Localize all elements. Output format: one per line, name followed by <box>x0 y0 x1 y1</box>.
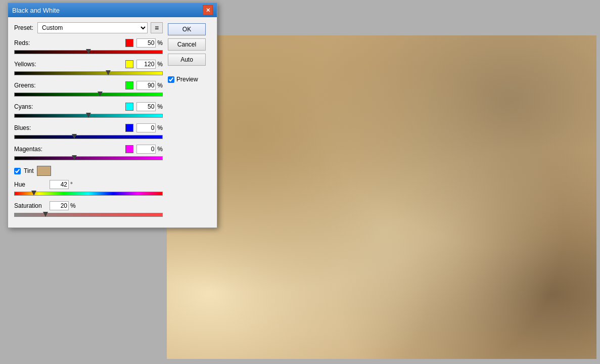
magentas-slider[interactable] <box>14 156 163 160</box>
saturation-row: Saturation % <box>14 201 163 210</box>
greens-unit: % <box>157 82 163 89</box>
cancel-button[interactable]: Cancel <box>168 38 206 51</box>
reds-slider[interactable] <box>14 50 163 54</box>
cyans-swatch <box>125 103 133 111</box>
dialog-titlebar: Black and White ✕ <box>8 3 217 17</box>
magentas-slider-row: Magentas: % <box>14 145 163 162</box>
hue-slider-row <box>14 190 163 197</box>
preview-label[interactable]: Preview <box>176 76 198 83</box>
hue-saturation-section: Hue ° Saturation % <box>14 180 163 218</box>
cyans-label: Cyans: <box>14 103 125 110</box>
greens-label: Greens: <box>14 82 125 89</box>
preview-row: Preview <box>168 76 211 83</box>
auto-button[interactable]: Auto <box>168 54 206 66</box>
reds-unit: % <box>157 39 163 47</box>
reds-slider-row: Reds: % <box>14 38 163 56</box>
ok-button[interactable]: OK <box>168 23 206 35</box>
blues-value[interactable] <box>136 123 156 132</box>
magentas-value[interactable] <box>136 145 156 154</box>
reds-swatch <box>125 39 133 47</box>
reds-label: Reds: <box>14 39 125 47</box>
saturation-label: Saturation <box>14 202 50 209</box>
reds-value[interactable] <box>136 38 156 48</box>
cyans-slider[interactable] <box>14 114 163 118</box>
right-panel: OK Cancel Auto Preview <box>168 22 211 222</box>
cyans-slider-row: Cyans: % <box>14 102 163 119</box>
blues-unit: % <box>157 124 163 131</box>
yellows-slider-row: Yellows: % <box>14 60 163 77</box>
tint-checkbox[interactable] <box>14 168 21 174</box>
preset-row: Preset: Custom ≡ <box>14 22 163 33</box>
magentas-swatch <box>125 145 133 153</box>
hue-row: Hue ° <box>14 180 163 189</box>
left-panel: Preset: Custom ≡ Reds: % Yellows <box>14 22 163 222</box>
blues-swatch <box>125 124 133 132</box>
hue-label: Hue <box>14 181 50 188</box>
greens-swatch <box>125 81 133 89</box>
close-button[interactable]: ✕ <box>203 5 213 15</box>
yellows-label: Yellows: <box>14 61 125 68</box>
greens-slider-row: Greens: % <box>14 81 163 98</box>
saturation-value[interactable] <box>50 201 69 210</box>
saturation-slider-row <box>14 211 163 218</box>
magentas-unit: % <box>157 146 163 153</box>
hue-value[interactable] <box>50 180 69 189</box>
saturation-unit: % <box>70 202 76 209</box>
dialog-title: Black and White <box>12 7 60 14</box>
hue-unit: ° <box>70 181 73 188</box>
magentas-label: Magentas: <box>14 146 125 153</box>
preset-label: Preset: <box>14 24 34 31</box>
blues-label: Blues: <box>14 124 125 131</box>
blues-slider-row: Blues: % <box>14 123 163 141</box>
yellows-swatch <box>125 60 133 68</box>
yellows-slider[interactable] <box>14 71 163 75</box>
preview-checkbox[interactable] <box>168 76 174 83</box>
background-photo <box>167 35 596 359</box>
cyans-unit: % <box>157 103 163 110</box>
tint-section: Tint <box>14 166 163 176</box>
greens-slider[interactable] <box>14 93 163 97</box>
saturation-slider[interactable] <box>14 213 163 217</box>
blues-slider[interactable] <box>14 135 163 139</box>
yellows-value[interactable] <box>136 60 156 69</box>
hue-slider[interactable] <box>14 192 163 196</box>
preset-options-button[interactable]: ≡ <box>151 22 163 33</box>
yellows-unit: % <box>157 61 163 68</box>
cyans-value[interactable] <box>136 102 156 111</box>
black-and-white-dialog: Black and White ✕ Preset: Custom ≡ Reds:… <box>8 3 217 228</box>
greens-value[interactable] <box>136 81 156 90</box>
tint-color-swatch[interactable] <box>37 166 51 176</box>
tint-label[interactable]: Tint <box>24 167 34 174</box>
preset-select[interactable]: Custom <box>37 22 148 33</box>
